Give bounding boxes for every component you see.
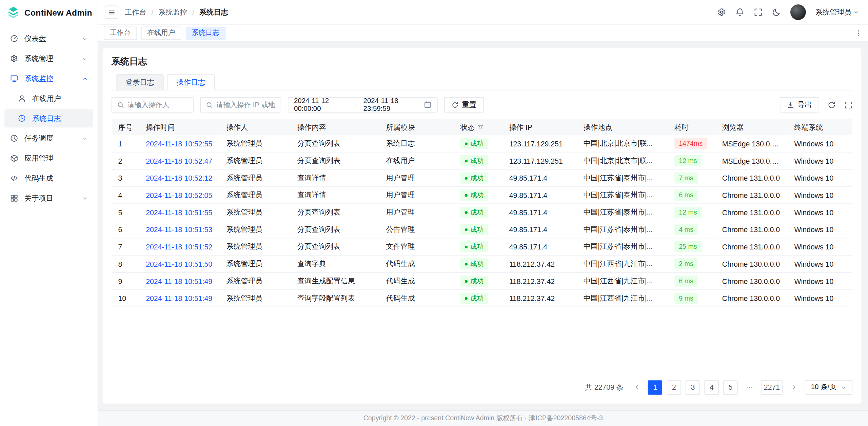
sidebar-item[interactable]: 代码生成 [4,169,93,187]
log-time-link[interactable]: 2024-11-18 10:51:52 [146,243,212,251]
cell-browser: Chrome 130.0.0.0 [715,255,788,272]
menu-fold-icon [108,8,115,16]
tab-more-icon[interactable] [855,29,863,37]
cell-time: 2024-11-18 10:52:55 [139,135,220,152]
column-header-label: 状态 [460,122,475,132]
sidebar-item[interactable]: 任务调度 [4,129,93,147]
cell-browser: MSEdge 130.0.0.0 [715,135,788,152]
sidebar-item-label: 系统监控 [24,74,82,83]
ip-search-input[interactable] [216,101,276,109]
page-button[interactable]: 2271 [761,380,783,394]
table-refresh-button[interactable] [828,101,836,109]
cell-browser: Chrome 131.0.0.0 [715,221,788,238]
cell-operator: 系统管理员 [220,169,291,187]
chevron-down-icon [853,9,859,15]
cell-browser: Chrome 131.0.0.0 [715,186,788,204]
sidebar-item-icon [18,94,26,103]
next-page-button[interactable] [787,381,800,394]
cell-index: 10 [112,290,139,307]
page-button[interactable]: 1 [648,380,663,394]
cell-content: 查询字典 [291,255,379,272]
logo[interactable]: ContiNew Admin [0,0,98,24]
settings-icon[interactable] [717,8,726,17]
duration-badge: 6 ms [674,189,698,201]
page-button[interactable]: 5 [723,380,738,394]
table-fullscreen-button[interactable] [844,101,853,109]
log-time-link[interactable]: 2024-11-18 10:52:05 [146,191,212,200]
cell-os: Windows 10 [788,186,852,204]
log-time-link[interactable]: 2024-11-18 10:52:12 [146,174,212,182]
sidebar-item[interactable]: 仪表盘 [4,29,93,48]
nav-tab[interactable]: 在线用户 [141,26,181,40]
cell-location: 中国|北京|北京市|联... [577,135,668,152]
dark-mode-moon-icon[interactable] [772,8,781,17]
cell-status: 成功 [454,290,502,307]
nav-tab[interactable]: 系统日志 [185,26,225,40]
sidebar-collapse-button[interactable] [105,5,118,19]
log-time-link[interactable]: 2024-11-18 10:52:55 [146,139,212,148]
sidebar-item[interactable]: 系统监控 [4,69,93,87]
date-range-picker[interactable]: 2024-11-12 00:00:00 - 2024-11-18 23:59:5… [288,97,438,113]
log-time-link[interactable]: 2024-11-18 10:52:47 [146,157,212,165]
sidebar-item[interactable]: 系统管理 [4,49,93,68]
export-button[interactable]: 导出 [780,97,819,113]
column-header: 操作内容 [291,119,379,135]
calendar-icon [424,101,432,109]
log-time-link[interactable]: 2024-11-18 10:51:53 [146,225,212,234]
sidebar-item-icon [10,174,18,183]
reset-button[interactable]: 重置 [444,97,484,113]
sidebar-item[interactable]: 在线用户 [4,89,93,107]
refresh-icon [452,101,459,108]
prev-page-button[interactable] [630,381,644,394]
filter-icon[interactable] [477,124,484,130]
column-header-label: 操作内容 [297,122,326,132]
log-tab[interactable]: 操作日志 [167,74,215,90]
cell-content: 分页查询列表 [291,204,379,221]
cell-index: 5 [112,204,139,221]
app-window: ContiNew Admin 仪表盘 系统管理 系统监控 在线用户 [0,0,868,426]
breadcrumb-item[interactable]: 工作台 / [125,7,158,17]
sidebar-item[interactable]: 应用管理 [4,149,93,167]
log-tab[interactable]: 登录日志 [116,74,164,90]
page-button[interactable]: 4 [705,380,719,394]
cell-time: 2024-11-18 10:51:49 [139,290,220,307]
status-label: 成功 [470,139,484,148]
page-size-select[interactable]: 10 条/页 [805,380,852,394]
column-header: 状态 [454,119,502,135]
fullscreen-icon[interactable] [754,8,763,17]
page-button[interactable]: 2 [667,380,682,394]
sidebar-item[interactable]: 关于项目 [4,189,93,207]
notifications-bell-icon[interactable] [735,8,744,17]
cell-index: 9 [112,272,139,290]
page-button[interactable]: 3 [686,380,700,394]
log-time-link[interactable]: 2024-11-18 10:51:49 [146,294,212,303]
user-avatar[interactable] [790,4,806,20]
cell-location: 中国|江苏省|泰州市|... [577,186,668,204]
table-actions: 导出 [780,97,852,113]
cell-duration: 6 ms [668,186,715,204]
breadcrumb-item[interactable]: 系统日志 / [199,7,228,17]
status-dot-icon [465,194,468,197]
column-header: 操作 IP [502,119,577,135]
page-button[interactable]: ··· [742,380,757,394]
column-header-label: 操作时间 [146,122,175,132]
cell-location: 中国|江西省|九江市|... [577,290,668,307]
operator-search-input[interactable] [127,101,188,109]
download-icon [787,101,794,108]
breadcrumb-item[interactable]: 系统监控 / [158,7,199,17]
nav-tab[interactable]: 工作台 [104,26,137,40]
sidebar-item-icon [10,34,18,43]
user-menu[interactable]: 系统管理员 [815,7,859,17]
cell-status: 成功 [454,152,502,169]
cell-location: 中国|北京|北京市|联... [577,152,668,169]
column-header-label: 序号 [118,122,133,132]
log-tabs: 登录日志 操作日志 [112,74,852,90]
log-time-link[interactable]: 2024-11-18 10:51:49 [146,277,212,285]
cell-content: 查询详情 [291,169,379,187]
column-header-label: 所属模块 [386,122,415,132]
cell-duration: 7 ms [668,169,715,187]
sidebar-item[interactable]: 系统日志 [4,109,93,127]
sidebar-item-icon [10,134,18,143]
log-time-link[interactable]: 2024-11-18 10:51:50 [146,260,212,268]
log-time-link[interactable]: 2024-11-18 10:51:55 [146,208,212,217]
